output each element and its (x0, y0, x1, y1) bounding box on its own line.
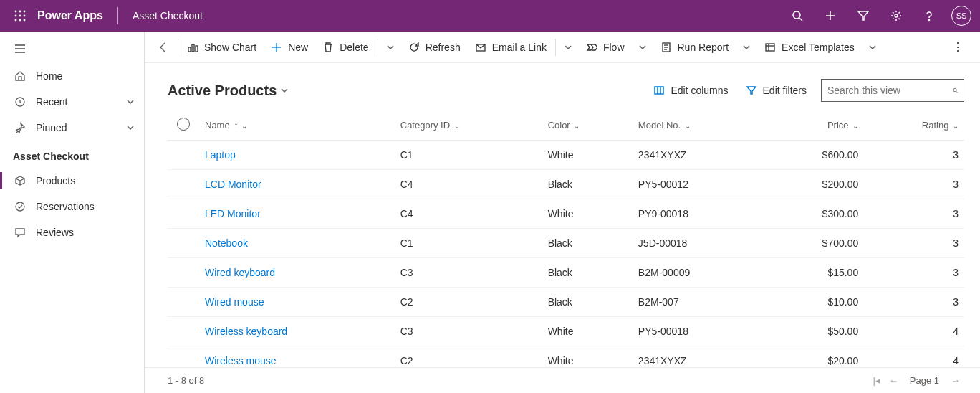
cell-name[interactable]: Laptop (199, 141, 395, 170)
svg-point-2 (24, 11, 26, 13)
nav-pinned[interactable]: Pinned (0, 115, 144, 141)
row-select[interactable] (168, 258, 199, 288)
search-icon (953, 85, 958, 95)
recent-icon (14, 96, 26, 108)
refresh-button[interactable]: Refresh (401, 32, 468, 63)
overflow-menu[interactable]: ⋮ (942, 40, 974, 54)
row-select[interactable] (168, 288, 199, 317)
user-avatar[interactable]: SS (951, 6, 971, 26)
app-name: Power Apps (32, 9, 116, 22)
cell-rating: 3 (864, 229, 964, 258)
plus-icon (271, 42, 282, 53)
pager-next[interactable]: → (946, 375, 964, 386)
add-icon[interactable] (814, 0, 847, 32)
cell-model: B2M-00009 (633, 258, 765, 288)
edit-filters-button[interactable]: Edit filters (737, 79, 815, 102)
cell-name[interactable]: Wired mouse (199, 288, 395, 317)
cell-name[interactable]: LED Monitor (199, 199, 395, 229)
table-row[interactable]: NotebookC1BlackJ5D-00018$700.003 (168, 229, 964, 258)
record-count: 1 - 8 of 8 (168, 375, 204, 386)
view-selector-chevron[interactable] (281, 85, 288, 96)
edit-columns-button[interactable]: Edit columns (645, 79, 736, 102)
cell-rating: 3 (864, 258, 964, 288)
nav-products[interactable]: Products (0, 168, 144, 194)
search-view-box[interactable] (821, 79, 964, 102)
cell-name[interactable]: LCD Monitor (199, 170, 395, 199)
column-header-name[interactable]: Name ↑⌄ (199, 110, 395, 141)
table-row[interactable]: LED MonitorC4WhitePY9-00018$300.003 (168, 199, 964, 229)
filter-icon (746, 85, 757, 96)
row-select[interactable] (168, 199, 199, 229)
row-select[interactable] (168, 317, 199, 346)
search-view-input[interactable] (827, 85, 953, 96)
row-select[interactable] (168, 141, 199, 170)
column-header-category[interactable]: Category ID ⌄ (395, 110, 542, 141)
table-row[interactable]: Wired keyboardC3BlackB2M-00009$15.003 (168, 258, 964, 288)
cell-price: $50.00 (765, 317, 865, 346)
email-link-button[interactable]: Email a Link (468, 32, 554, 63)
column-header-price[interactable]: Price ⌄ (765, 110, 865, 141)
cell-price: $10.00 (765, 288, 865, 317)
flow-dropdown[interactable] (632, 32, 653, 63)
flow-button[interactable]: Flow (579, 32, 632, 63)
show-chart-button[interactable]: Show Chart (180, 32, 264, 63)
nav-section-header: Asset Checkout (0, 141, 144, 168)
delete-dropdown[interactable] (380, 32, 401, 63)
nav-reservations[interactable]: Reservations (0, 194, 144, 219)
svg-line-10 (799, 18, 802, 21)
cell-name[interactable]: Notebook (199, 229, 395, 258)
column-header-model[interactable]: Model No. ⌄ (633, 110, 765, 141)
report-dropdown[interactable] (736, 32, 757, 63)
table-row[interactable]: LCD MonitorC4BlackPY5-00012$200.003 (168, 170, 964, 199)
row-select[interactable] (168, 346, 199, 368)
cell-category: C1 (395, 141, 542, 170)
flow-icon (586, 42, 597, 53)
cell-category: C4 (395, 199, 542, 229)
reservations-icon (14, 201, 26, 212)
reviews-icon (14, 227, 26, 238)
nav-reviews[interactable]: Reviews (0, 219, 144, 245)
cell-color: Black (542, 258, 633, 288)
pager-first[interactable]: |◂ (868, 375, 884, 386)
svg-rect-34 (655, 87, 663, 94)
select-all-header[interactable] (168, 110, 199, 141)
hamburger-icon[interactable] (0, 34, 144, 63)
products-table: Name ↑⌄ Category ID ⌄ Color ⌄ Model No. … (168, 110, 964, 367)
excel-templates-button[interactable]: Excel Templates (757, 32, 862, 63)
settings-icon[interactable] (880, 0, 913, 32)
table-row[interactable]: Wireless mouseC2White2341XYXZ$20.004 (168, 346, 964, 368)
row-select[interactable] (168, 229, 199, 258)
cell-price: $20.00 (765, 346, 865, 368)
cell-name[interactable]: Wireless keyboard (199, 317, 395, 346)
cell-name[interactable]: Wired keyboard (199, 258, 395, 288)
row-select[interactable] (168, 170, 199, 199)
pin-icon (14, 122, 26, 133)
svg-point-20 (16, 202, 24, 211)
app-launcher-icon[interactable] (9, 10, 32, 22)
cell-name[interactable]: Wireless mouse (199, 346, 395, 368)
table-row[interactable]: LaptopC1White2341XYXZ$600.003 (168, 141, 964, 170)
help-icon[interactable] (913, 0, 946, 32)
svg-point-15 (928, 19, 929, 20)
nav-home[interactable]: Home (0, 63, 144, 89)
excel-dropdown[interactable] (862, 32, 883, 63)
delete-button[interactable]: Delete (315, 32, 375, 63)
table-row[interactable]: Wireless keyboardC3WhitePY5-00018$50.004 (168, 317, 964, 346)
search-icon[interactable] (781, 0, 814, 32)
column-header-color[interactable]: Color ⌄ (542, 110, 633, 141)
view-title: Active Products (168, 82, 277, 99)
nav-recent[interactable]: Recent (0, 89, 144, 115)
new-button[interactable]: New (264, 32, 315, 63)
column-header-rating[interactable]: Rating ⌄ (864, 110, 964, 141)
run-report-button[interactable]: Run Report (653, 32, 736, 63)
svg-point-14 (895, 14, 898, 17)
filter-icon[interactable] (847, 0, 880, 32)
pager-prev[interactable]: ← (885, 375, 903, 386)
chevron-down-icon (127, 96, 134, 108)
report-icon (660, 42, 672, 53)
chart-icon (187, 42, 198, 53)
table-row[interactable]: Wired mouseC2BlackB2M-007$10.003 (168, 288, 964, 317)
refresh-icon (408, 42, 420, 53)
back-button[interactable] (150, 42, 176, 53)
email-dropdown[interactable] (557, 32, 579, 63)
